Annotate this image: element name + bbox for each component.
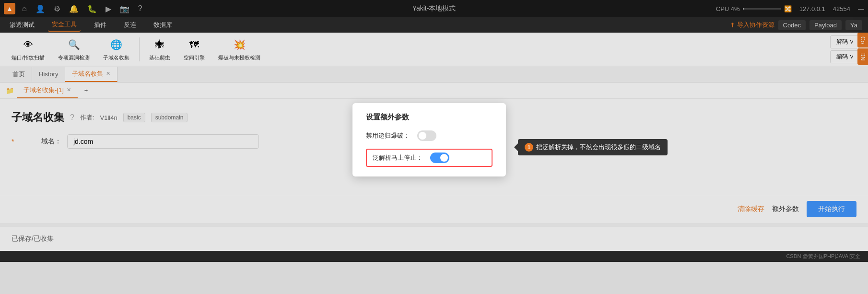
recursive-toggle[interactable] <box>417 130 436 141</box>
wildcard-label: 泛解析马上停止： <box>373 153 422 162</box>
recursive-label: 禁用递归爆破： <box>366 131 410 140</box>
tooltip-box: 1 把泛解析关掉，不然会出现很多假的二级域名 <box>518 139 668 155</box>
wildcard-slider <box>430 153 449 163</box>
tooltip-arrow <box>514 143 518 151</box>
wildcard-toggle[interactable] <box>430 153 449 163</box>
modal-panel: 设置额外参数 禁用递归爆破： 泛解析马上停止： <box>352 103 506 176</box>
recursive-slider <box>417 130 436 141</box>
modal-row-recursive: 禁用递归爆破： <box>366 130 493 141</box>
tooltip-text: 把泛解析关掉，不然会出现很多假的二级域名 <box>536 143 661 152</box>
tooltip-number: 1 <box>525 143 533 152</box>
modal-row-wildcard: 泛解析马上停止： <box>366 149 493 167</box>
modal-overlay: 设置额外参数 禁用递归爆破： 泛解析马上停止： 1 把泛解析关掉，不然会出现很多… <box>0 0 868 262</box>
modal-title: 设置额外参数 <box>366 113 493 122</box>
